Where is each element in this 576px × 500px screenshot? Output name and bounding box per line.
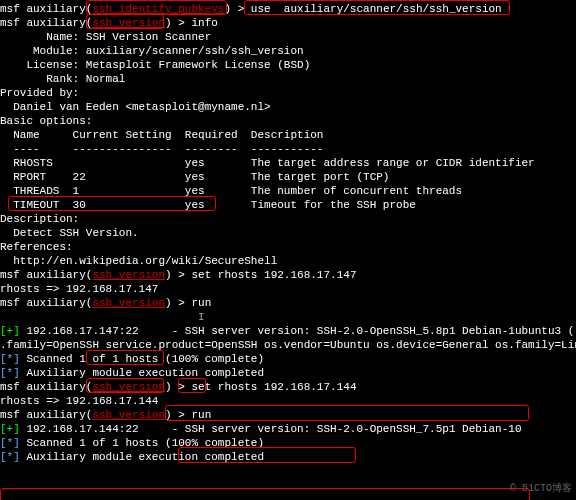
- prompt-line[interactable]: msf auxiliary(ssh_version) > run: [0, 408, 576, 422]
- module-name: ssh_version: [92, 381, 165, 393]
- module-name: ssh_version: [92, 409, 165, 421]
- highlight-box: [0, 488, 530, 500]
- star-bracket-icon: [*]: [0, 367, 26, 379]
- info-rank: Rank: Normal: [0, 72, 576, 86]
- plus-bracket-icon: [+]: [0, 423, 26, 435]
- scan-line: [*] Scanned 1 of 1 hosts (100% complete): [0, 352, 576, 366]
- prompt-line[interactable]: msf auxiliary(ssh_version) > run: [0, 296, 576, 310]
- terminal-output: msf auxiliary(ssh_identify_pubkeys) > us…: [0, 2, 576, 464]
- module-name: ssh_version: [92, 269, 165, 281]
- module-name: ssh_identify_pubkeys: [92, 3, 224, 15]
- prompt-line[interactable]: msf auxiliary(ssh_version) > set rhosts …: [0, 380, 576, 394]
- plus-bracket-icon: [+]: [0, 325, 26, 337]
- result-line: [+] 192.168.17.144:22 - SSH server versi…: [0, 422, 576, 436]
- options-divider: ---- --------------- -------- ----------…: [0, 142, 576, 156]
- option-timeout: TIMEOUT 30 yes Timeout for the SSH probe: [0, 198, 576, 212]
- option-rhosts: RHOSTS yes The target address range or C…: [0, 156, 576, 170]
- result-line: [+] 192.168.17.147:22 - SSH server versi…: [0, 324, 576, 338]
- set-echo: rhosts => 192.168.17.147: [0, 282, 576, 296]
- author-line: Daniel van Eeden <metasploit@myname.nl>: [0, 100, 576, 114]
- description-header: Description:: [0, 212, 576, 226]
- option-rport: RPORT 22 yes The target port (TCP): [0, 170, 576, 184]
- module-name: ssh_version: [92, 17, 165, 29]
- set-echo: rhosts => 192.168.17.144: [0, 394, 576, 408]
- star-bracket-icon: [*]: [0, 451, 26, 463]
- scan-line: [*] Scanned 1 of 1 hosts (100% complete): [0, 436, 576, 450]
- references-header: References:: [0, 240, 576, 254]
- basic-options-header: Basic options:: [0, 114, 576, 128]
- watermark: © 51CTO博客: [510, 482, 572, 496]
- aux-complete-line: [*] Auxiliary module execution completed: [0, 450, 576, 464]
- description-text: Detect SSH Version.: [0, 226, 576, 240]
- cursor-line: I: [0, 310, 576, 324]
- star-bracket-icon: [*]: [0, 437, 26, 449]
- prompt-line[interactable]: msf auxiliary(ssh_version) > set rhosts …: [0, 268, 576, 282]
- module-name: ssh_version: [92, 297, 165, 309]
- provided-by-header: Provided by:: [0, 86, 576, 100]
- info-name: Name: SSH Version Scanner: [0, 30, 576, 44]
- aux-complete-line: [*] Auxiliary module execution completed: [0, 366, 576, 380]
- result-line-cont: .family=OpenSSH service.product=OpenSSH …: [0, 338, 576, 352]
- info-license: License: Metasploit Framework License (B…: [0, 58, 576, 72]
- option-threads: THREADS 1 yes The number of concurrent t…: [0, 184, 576, 198]
- options-header: Name Current Setting Required Descriptio…: [0, 128, 576, 142]
- reference-link: http://en.wikipedia.org/wiki/SecureShell: [0, 254, 576, 268]
- star-bracket-icon: [*]: [0, 353, 26, 365]
- info-module: Module: auxiliary/scanner/ssh/ssh_versio…: [0, 44, 576, 58]
- prompt-line[interactable]: msf auxiliary(ssh_version) > info: [0, 16, 576, 30]
- prompt-line[interactable]: msf auxiliary(ssh_identify_pubkeys) > us…: [0, 2, 576, 16]
